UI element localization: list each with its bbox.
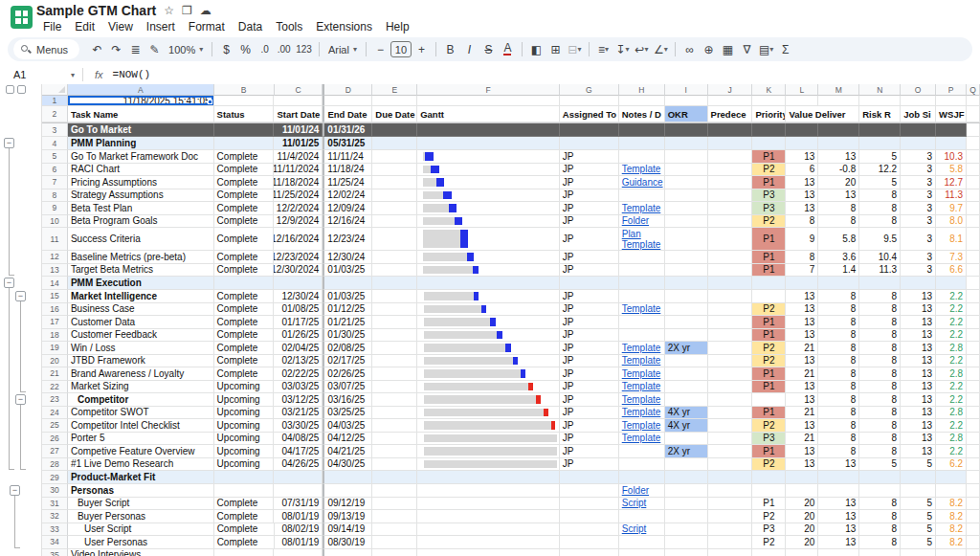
cell-B26[interactable]: Upcoming	[214, 433, 275, 446]
priority-cell-16[interactable]: P2	[752, 303, 786, 317]
cell-L9[interactable]: 13	[786, 202, 818, 215]
priority-cell-15[interactable]	[752, 290, 786, 303]
cell-Q17[interactable]	[967, 316, 980, 329]
cell-A7[interactable]: Pricing Assumptions	[68, 176, 214, 189]
cell-A11[interactable]: Success Criteria	[68, 228, 214, 251]
cell-O10[interactable]: 3	[901, 215, 936, 229]
cell-D29[interactable]	[323, 471, 372, 484]
cell-M20[interactable]: 8	[818, 355, 859, 368]
undo-icon[interactable]: ↶	[88, 40, 106, 59]
cell-O16[interactable]: 13	[901, 303, 936, 317]
cell-D32[interactable]: 09/13/19	[323, 510, 372, 523]
wsjf-cell-17[interactable]: 2.2	[936, 316, 967, 329]
row-header-26[interactable]: 26	[42, 433, 68, 446]
row-header-31[interactable]: 31	[42, 498, 68, 511]
cell-L34[interactable]: 20	[786, 536, 818, 549]
note-link-template[interactable]: Template	[622, 203, 661, 213]
font-size-box[interactable]: 10	[390, 41, 412, 57]
cell-Q18[interactable]	[967, 329, 980, 343]
cell-Q5[interactable]	[967, 150, 980, 164]
cell-B18[interactable]: Complete	[214, 329, 275, 343]
wsjf-cell-24[interactable]: 2.8	[936, 407, 967, 420]
header-cell-assigned-to[interactable]: Assigned To	[560, 106, 619, 122]
cell-O31[interactable]: 5	[901, 498, 936, 511]
priority-cell-27[interactable]: P1	[752, 445, 786, 458]
cell-Q1[interactable]	[967, 96, 980, 106]
cell-C20[interactable]: 02/13/25	[274, 355, 323, 368]
cell-P14[interactable]	[936, 277, 967, 290]
cell-A31[interactable]: Buyer Script	[68, 498, 214, 511]
row-header-8[interactable]: 8	[42, 189, 68, 203]
row-header-17[interactable]: 17	[42, 316, 68, 329]
cell-G12[interactable]: JP	[560, 251, 619, 264]
strikethrough-icon[interactable]: S	[479, 40, 498, 59]
cell-D22[interactable]: 03/07/25	[323, 381, 372, 394]
cell-O12[interactable]: 3	[901, 251, 936, 264]
header-cell-due-date[interactable]: Due Date	[372, 106, 417, 122]
cell-L19[interactable]: 21	[786, 342, 818, 355]
cell-G16[interactable]: JP	[560, 303, 619, 317]
cell-O22[interactable]: 13	[901, 381, 936, 394]
cell-F4[interactable]	[417, 137, 560, 150]
increase-decimal-icon[interactable]: .00	[275, 40, 293, 59]
cell-B31[interactable]: Complete	[214, 498, 275, 511]
cell-J13[interactable]	[708, 264, 753, 278]
cell-C16[interactable]: 01/08/25	[274, 303, 323, 317]
cell-B13[interactable]: Complete	[214, 264, 275, 278]
cell-C10[interactable]: 12/9/2024	[274, 215, 323, 229]
header-cell-job-si[interactable]: Job Si	[901, 106, 936, 122]
cell-G15[interactable]: JP	[560, 290, 619, 303]
cell-O5[interactable]: 3	[901, 150, 936, 164]
cell-P3[interactable]	[936, 123, 967, 137]
cell-P29[interactable]	[936, 471, 967, 484]
cell-M32[interactable]: 13	[818, 510, 859, 523]
cell-F12[interactable]	[417, 251, 560, 264]
cell-K14[interactable]	[752, 277, 786, 290]
cell-Q22[interactable]	[967, 381, 980, 394]
cell-D13[interactable]: 01/03/25	[323, 264, 372, 278]
cell-C25[interactable]: 03/30/25	[274, 419, 323, 433]
cell-H17[interactable]	[619, 316, 665, 329]
cell-K29[interactable]	[752, 471, 786, 484]
cell-N35[interactable]	[859, 549, 901, 556]
cell-G19[interactable]: JP	[560, 342, 619, 355]
cell-Q16[interactable]	[967, 303, 980, 317]
cell-L35[interactable]	[786, 549, 818, 556]
column-header-B[interactable]: B	[214, 84, 275, 96]
cell-E11[interactable]	[372, 228, 417, 251]
cell-M16[interactable]: 8	[818, 303, 859, 317]
note-link-template[interactable]: Template	[622, 239, 661, 250]
cell-Q26[interactable]	[967, 433, 980, 446]
cell-C14[interactable]	[274, 277, 323, 290]
group-collapse-button[interactable]: −	[4, 278, 14, 288]
cell-H3[interactable]	[619, 123, 665, 137]
column-header-K[interactable]: K	[752, 84, 786, 96]
cell-D7[interactable]: 11/25/24	[323, 176, 372, 189]
cell-L27[interactable]: 13	[786, 445, 818, 458]
cell-D20[interactable]: 02/17/25	[323, 355, 372, 368]
cell-N29[interactable]	[859, 471, 901, 484]
cell-E31[interactable]	[372, 498, 417, 511]
cell-I3[interactable]	[665, 123, 708, 137]
cell-E25[interactable]	[372, 419, 417, 433]
cell-I16[interactable]	[665, 303, 708, 317]
cell-D3[interactable]: 01/31/26	[323, 123, 372, 137]
cell-J32[interactable]	[708, 510, 753, 523]
cell-B28[interactable]: Upcoming	[214, 458, 275, 472]
cell-G35[interactable]	[560, 549, 619, 556]
cell-L33[interactable]: 20	[786, 523, 818, 537]
cell-N23[interactable]: 8	[859, 393, 901, 407]
cell-E15[interactable]	[372, 290, 417, 303]
priority-cell-9[interactable]: P3	[752, 202, 786, 215]
cell-J11[interactable]	[708, 228, 753, 251]
column-header-Q[interactable]: Q	[967, 84, 980, 96]
row-header-14[interactable]: 14	[42, 277, 68, 290]
cell-E18[interactable]	[372, 329, 417, 343]
cell-O34[interactable]: 5	[901, 536, 936, 549]
cell-O19[interactable]: 13	[901, 342, 936, 355]
cell-I24[interactable]: 4X yr	[665, 407, 708, 420]
cell-F19[interactable]	[417, 342, 560, 355]
note-link-template[interactable]: Template	[622, 420, 661, 431]
cell-O30[interactable]	[901, 484, 936, 498]
cell-A30[interactable]: Personas	[68, 484, 214, 498]
